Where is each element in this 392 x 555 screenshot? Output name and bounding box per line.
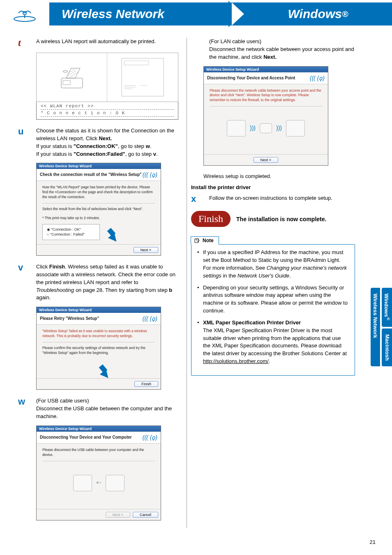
svg-rect-4 xyxy=(63,81,70,85)
title-windows: Windows® xyxy=(244,2,392,25)
radio-connection-failed[interactable]: ○ "Connection : Failed" xyxy=(47,232,95,237)
wizard-titlebar: Wireless Device Setup Wizard xyxy=(37,307,161,313)
wifi-icon: ((( (ϙ) xyxy=(143,315,157,322)
next-button[interactable]: Next > xyxy=(254,157,278,163)
step-letter-t: t xyxy=(18,38,30,48)
wizard-body-text: Please disconnect the network cable betw… xyxy=(210,88,322,103)
wizard-disconnect-lan: Wireless Device Setup Wizard Disconnecti… xyxy=(203,66,328,166)
wizard-heading: Disconnecting Your Device and Your Compu… xyxy=(40,435,132,440)
printer-illustration xyxy=(37,53,107,102)
step-u-body: Choose the status as it is shown for the… xyxy=(36,127,178,158)
step-v-body: Click Finish. Wireless setup failed as i… xyxy=(36,263,178,302)
cancel-button[interactable]: Cancel xyxy=(133,512,158,518)
side-tab-windows[interactable]: Windows® xyxy=(382,288,392,327)
report-page-illustration xyxy=(107,53,178,102)
wlan-connection-line: * C o n n e c t i o n : O K xyxy=(41,111,125,116)
registered-mark: ® xyxy=(342,9,348,19)
wlan-report-figure: << WLAN report >> * C o n n e c t i o n … xyxy=(36,53,178,120)
title-wireless-network: Wireless Network xyxy=(49,2,244,25)
wizard-body-text-2: Select the result from the list of selec… xyxy=(42,207,155,212)
step-t: t A wireless LAN report will automatical… xyxy=(18,38,178,48)
step-w: w (For USB cable users) Disconnect the U… xyxy=(18,397,178,421)
step-v: v Click Finish. Wireless setup failed as… xyxy=(18,263,178,302)
svg-rect-3 xyxy=(61,78,83,88)
wifi-icon: ((( (ϙ) xyxy=(143,171,157,178)
left-column: t A wireless LAN report will automatical… xyxy=(18,38,187,528)
lan-users-block: (For LAN cable users) Disconnect the net… xyxy=(203,38,355,61)
finish-pill: Finish xyxy=(191,211,231,227)
wizard-check-connection: Wireless Device Setup Wizard Check the c… xyxy=(36,163,161,256)
note-label: Note xyxy=(203,238,214,243)
right-column: (For LAN cable users) Disconnect the net… xyxy=(187,38,355,528)
step-u: u Choose the status as it is shown for t… xyxy=(18,127,178,158)
wizard-body-text: Please confirm the security settings of … xyxy=(42,346,155,356)
title-right-text: Windows xyxy=(288,7,342,21)
note-tab: Note xyxy=(191,236,219,245)
wizard-note-text: * This print may take up to 2 minutes. xyxy=(42,216,155,221)
note-body: If you use a specified IP Address for th… xyxy=(191,245,355,375)
next-button[interactable]: Next > xyxy=(134,247,158,253)
side-tab-wireless-network[interactable]: Wireless Network xyxy=(371,288,380,366)
wizard-heading: Disconnecting Your Device and Access Poi… xyxy=(207,76,295,81)
install-driver-heading: Install the printer driver xyxy=(191,184,355,190)
radio-connection-ok[interactable]: ◉ "Connection : OK" xyxy=(47,227,95,232)
title-left-text: Wireless Network xyxy=(62,7,164,21)
wizard-titlebar: Wireless Device Setup Wizard xyxy=(37,163,161,169)
disconnect-lan-illustration: ))) ))) xyxy=(210,110,322,147)
note-bullet-3: XML Paper Specification Printer Driver T… xyxy=(197,319,349,365)
wizard-error-text: "Wireless Setup" failed as it was unable… xyxy=(42,329,155,339)
pencil-icon xyxy=(194,238,200,243)
step-letter-x: x xyxy=(191,194,203,204)
wizard-titlebar: Wireless Device Setup Wizard xyxy=(204,67,328,72)
wifi-icon: ((( (ϙ) xyxy=(143,434,157,441)
wizard-heading: Please Retry "Wireless Setup" xyxy=(40,316,99,321)
step-letter-v: v xyxy=(18,263,30,302)
note-bullet-2: Depending on your security settings, a W… xyxy=(197,284,349,315)
wizard-titlebar: Wireless Device Setup Wizard xyxy=(37,426,161,432)
wlan-report-text: << WLAN report >> * C o n n e c t i o n … xyxy=(36,102,178,120)
step-w-body: (For USB cable users) Disconnect the USB… xyxy=(36,397,178,421)
wifi-device-icon xyxy=(12,6,37,22)
solutions-link[interactable]: http://solutions.brother.com/ xyxy=(203,358,269,364)
wizard-heading: Check the connection result of the "Wire… xyxy=(40,172,142,177)
wizard-body-text-1: Now the "WLAN Report" page has been prin… xyxy=(42,185,155,200)
step-letter-u: u xyxy=(18,127,30,158)
wizard-retry: Wireless Device Setup Wizard Please Retr… xyxy=(36,307,161,390)
finish-text: The installation is now complete. xyxy=(236,215,326,223)
svg-rect-6 xyxy=(124,61,149,65)
lan-users-text: (For LAN cable users) Disconnect the net… xyxy=(209,38,355,61)
wizard-body-text: Please disconnect the USB cable between … xyxy=(42,448,155,458)
disconnect-usb-illustration: ⇠ xyxy=(42,465,155,502)
step-x-body: Follow the on-screen instructions to com… xyxy=(209,194,355,204)
step-t-body: A wireless LAN report will automatically… xyxy=(36,38,178,48)
wizard-disconnect-usb: Wireless Device Setup Wizard Disconnecti… xyxy=(36,426,161,520)
step-x: x Follow the on-screen instructions to c… xyxy=(191,194,355,204)
finish-row: Finish The installation is now complete. xyxy=(191,211,355,227)
page-number: 21 xyxy=(370,539,376,545)
radio-group[interactable]: ◉ "Connection : OK" ○ "Connection : Fail… xyxy=(42,224,100,240)
side-tabs: Wireless Network Windows® Macintosh xyxy=(371,288,392,366)
svg-rect-5 xyxy=(122,58,164,96)
wlan-title: << WLAN report >> xyxy=(41,104,174,109)
next-button[interactable]: Next > xyxy=(106,512,130,518)
header-bar: Wireless Network Windows® xyxy=(0,2,392,25)
note-container: Note If you use a specified IP Address f… xyxy=(191,236,355,376)
finish-button[interactable]: Finish xyxy=(134,381,158,387)
side-tab-macintosh[interactable]: Macintosh xyxy=(382,328,392,366)
step-letter-w: w xyxy=(18,397,30,421)
note-bullet-1: If you use a specified IP Address for th… xyxy=(197,249,349,280)
completed-text: Wireless setup is completed. xyxy=(203,173,355,179)
wifi-icon: ((( (ϙ) xyxy=(310,75,325,81)
brand-logo xyxy=(0,2,49,25)
